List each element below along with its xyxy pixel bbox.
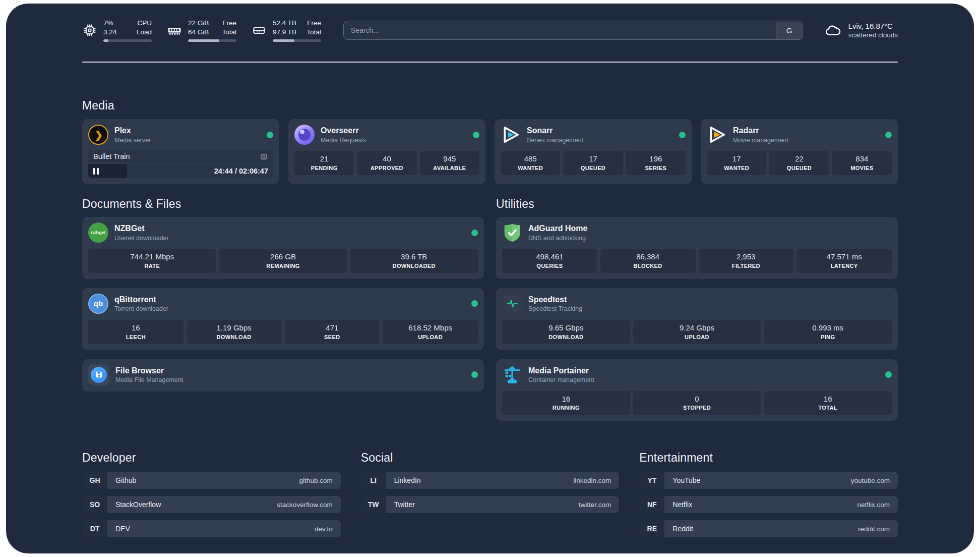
memory-free-label: Free [222, 19, 236, 28]
card-overseerr[interactable]: Overseerr Media Requests 21PENDING 40APP… [288, 119, 485, 184]
card-subtitle: Torrent downloader [114, 305, 168, 312]
cloud-icon [823, 22, 842, 39]
stat-box-queries: 498,461QUERIES [502, 249, 597, 273]
cpu-load-value: 3.24 [103, 28, 116, 37]
memory-free-value: 22 GiB [188, 19, 209, 28]
status-dot [473, 132, 479, 138]
link-abbr: SO [82, 496, 107, 513]
link-url: twitter.com [579, 501, 611, 509]
link-netflix[interactable]: NF Netflixnetflix.com [639, 496, 898, 513]
card-adguard[interactable]: AdGuard Home DNS and adblocking 498,461Q… [496, 217, 898, 279]
status-dot [471, 300, 478, 307]
link-linkedin[interactable]: LI LinkedInlinkedin.com [361, 472, 620, 489]
link-stackoverflow[interactable]: SO StackOverflowstackoverflow.com [82, 496, 341, 513]
stat-box-available: 945AVAILABLE [420, 151, 479, 175]
radarr-icon [707, 125, 727, 145]
stat-box-seed: 471SEED [285, 320, 380, 344]
disk-free-value: 52.4 TB [273, 19, 296, 28]
section-title-media: Media [82, 99, 898, 113]
stat-box-blocked: 86,384BLOCKED [600, 249, 696, 273]
memory-stat-widget: 22 GiB 64 GiB Free Total [167, 19, 236, 41]
stat-box-running: 16RUNNING [502, 391, 630, 415]
section-title-documents: Documents & Files [82, 197, 484, 211]
cpu-stat-widget: 7% 3.24 CPU Load [82, 19, 152, 41]
link-name: StackOverflow [115, 500, 161, 509]
now-playing-title-row: Bullet Train [88, 150, 273, 163]
stat-box-downloaded: 39.6 TBDOWNLOADED [350, 249, 478, 273]
stat-box-wanted: 17WANTED [707, 151, 766, 175]
entertainment-column: Entertainment YT YouTubeyoutube.com NF N… [639, 451, 898, 537]
link-url: github.com [299, 477, 333, 484]
disk-progress-bar [273, 39, 321, 42]
card-sonarr[interactable]: Sonarr Series management 485WANTED 17QUE… [495, 119, 692, 184]
status-dot [885, 132, 892, 138]
search-bar: G [343, 21, 803, 40]
portainer-icon [502, 365, 522, 385]
sonarr-icon [501, 125, 521, 145]
card-radarr[interactable]: Radarr Movie management 17WANTED 22QUEUE… [701, 119, 898, 184]
card-speedtest[interactable]: Speedtest Speedtest Tracking 9.65 GbpsDO… [496, 288, 898, 350]
memory-progress-bar [188, 39, 236, 42]
link-abbr: RE [639, 520, 664, 537]
card-filebrowser[interactable]: File Browser Media File Management [82, 359, 484, 392]
status-dot [679, 132, 686, 138]
stat-box-download: 9.65 GbpsDOWNLOAD [502, 320, 630, 344]
card-subtitle: Media Requests [321, 137, 366, 144]
card-nzbget[interactable]: nzbget NZBGet Usenet downloader 744.21 M… [82, 217, 484, 279]
cpu-usage-label: CPU [137, 19, 152, 28]
stat-box-leech: 16LEECH [88, 320, 183, 344]
cpu-progress-bar [103, 39, 152, 42]
link-name: YouTube [672, 476, 700, 484]
card-title: Radarr [733, 126, 788, 135]
status-dot [471, 230, 478, 236]
stat-box-total: 16TOTAL [764, 391, 892, 415]
disk-icon [252, 23, 267, 38]
video-icon [260, 152, 268, 161]
link-youtube[interactable]: YT YouTubeyoutube.com [639, 472, 898, 489]
card-title: File Browser [115, 366, 183, 375]
link-reddit[interactable]: RE Redditreddit.com [639, 520, 898, 537]
memory-icon [167, 23, 182, 38]
stat-box-download: 1.19 GbpsDOWNLOAD [187, 320, 282, 344]
stat-box-remaining: 266 GBREMAINING [219, 249, 347, 273]
card-title: AdGuard Home [528, 224, 587, 233]
card-title: Sonarr [527, 126, 583, 135]
plex-icon: ❯ [88, 125, 108, 145]
link-abbr: NF [639, 496, 664, 513]
link-name: Github [115, 476, 136, 484]
disk-stat-widget: 52.4 TB 97.9 TB Free Total [252, 19, 321, 41]
dashboard-frame: 7% 3.24 CPU Load [6, 4, 974, 553]
card-subtitle: Usenet downloader [114, 235, 169, 242]
search-provider-button[interactable]: G [776, 22, 802, 39]
card-qbittorrent[interactable]: qb qBittorrent Torrent downloader 16LEEC… [82, 288, 484, 350]
link-twitter[interactable]: TW Twittertwitter.com [361, 496, 620, 513]
status-dot [471, 371, 478, 378]
card-subtitle: Movie management [733, 137, 788, 144]
card-plex[interactable]: ❯ Plex Media server Bullet Train [82, 119, 279, 184]
stat-box-stopped: 0STOPPED [633, 391, 761, 415]
utilities-column: Utilities AdGuard Home DNS and adblockin… [496, 197, 898, 421]
weather-location-temp: Lviv, 16.87°C [848, 22, 898, 30]
link-abbr: YT [639, 472, 664, 489]
weather-condition: scattered clouds [848, 31, 898, 39]
link-name: Reddit [672, 525, 693, 533]
card-portainer[interactable]: Media Portainer Container management 16R… [496, 359, 898, 421]
overseerr-icon [294, 125, 315, 145]
header: 7% 3.24 CPU Load [82, 20, 898, 40]
link-github[interactable]: GH Githubgithub.com [82, 472, 341, 489]
card-title: qBittorrent [114, 295, 168, 304]
card-subtitle: Media File Management [115, 376, 183, 383]
link-name: Twitter [394, 500, 415, 509]
search-input[interactable] [343, 21, 803, 40]
link-name: LinkedIn [394, 476, 421, 484]
memory-total-value: 64 GiB [188, 28, 209, 37]
system-stats: 7% 3.24 CPU Load [82, 19, 321, 41]
card-title: Plex [114, 126, 151, 135]
link-dev[interactable]: DT DEVdev.to [82, 520, 341, 537]
section-title-developer: Developer [82, 451, 341, 465]
card-subtitle: Container management [528, 376, 594, 383]
link-abbr: LI [361, 472, 386, 489]
stat-box-queued: 17QUEUED [563, 151, 623, 175]
memory-total-label: Total [222, 28, 236, 37]
now-playing-progress-row: 24:44 / 02:06:47 [88, 164, 273, 178]
